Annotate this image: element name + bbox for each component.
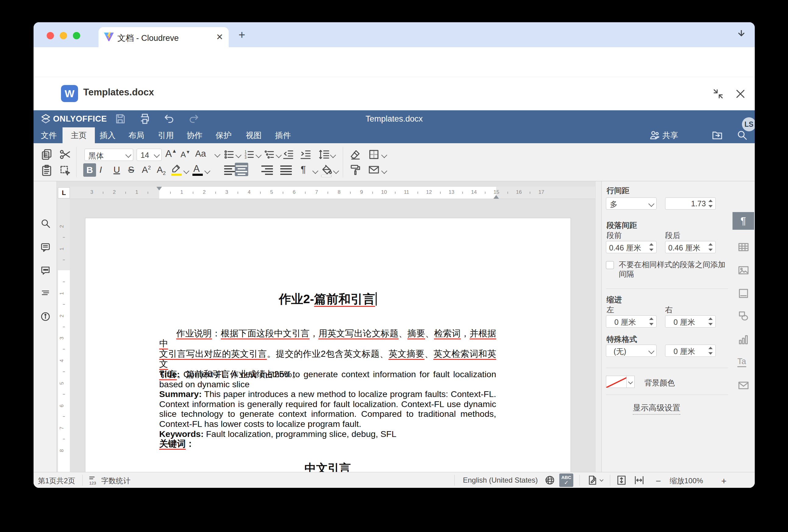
word-count-icon[interactable] xyxy=(88,475,99,486)
font-size-select[interactable]: 14 xyxy=(137,149,162,161)
bullet-list-icon[interactable] xyxy=(223,148,235,161)
chevron-down-icon[interactable] xyxy=(330,152,336,158)
cut-icon[interactable] xyxy=(59,148,72,161)
line-spacing-select[interactable]: 多 xyxy=(606,198,656,210)
align-left-icon[interactable] xyxy=(224,165,236,175)
copy-style-icon[interactable] xyxy=(349,163,361,176)
strikethrough-button[interactable]: S xyxy=(128,165,134,175)
open-file-location-icon[interactable] xyxy=(711,129,723,141)
doc-paragraph-en[interactable]: Title: Context-FL: A new method to gener… xyxy=(159,369,496,449)
select-all-icon[interactable] xyxy=(59,164,72,177)
align-right-icon[interactable] xyxy=(261,165,273,175)
justify-icon[interactable] xyxy=(280,165,292,175)
spacing-after-stepper[interactable]: 0.46 厘米 xyxy=(665,241,716,253)
share-button[interactable]: 共享 xyxy=(662,127,678,143)
superscript-button[interactable]: A2 xyxy=(142,165,151,175)
fit-width-icon[interactable] xyxy=(634,475,645,486)
show-advanced-settings-link[interactable]: 显示高级设置 xyxy=(633,403,681,415)
increase-indent-icon[interactable] xyxy=(299,148,312,161)
page-indicator[interactable]: 第1页共2页 xyxy=(38,476,75,486)
chevron-down-icon[interactable] xyxy=(204,168,211,174)
multilevel-list-icon[interactable] xyxy=(264,148,275,161)
comments-icon[interactable] xyxy=(40,242,51,252)
chevron-down-icon[interactable] xyxy=(276,152,282,158)
tab-close-icon[interactable]: ✕ xyxy=(216,32,223,42)
tab-search-chevron-icon[interactable] xyxy=(736,30,747,41)
change-case-icon[interactable]: Aa xyxy=(195,149,206,159)
header-search-icon[interactable] xyxy=(736,129,748,141)
vertical-ruler[interactable]: 2112345678 xyxy=(58,199,70,472)
doc-title-line[interactable]: 作业2-篇前和引言 xyxy=(159,291,496,307)
line-spacing-icon[interactable] xyxy=(318,148,330,161)
chat-icon[interactable] xyxy=(40,265,51,276)
background-color-chevron-icon[interactable] xyxy=(627,376,635,388)
special-format-select[interactable]: (无) xyxy=(606,345,656,357)
traffic-minimize-button[interactable] xyxy=(60,32,67,39)
line-spacing-value-stepper[interactable]: 1.73 xyxy=(665,198,716,210)
chevron-down-icon[interactable] xyxy=(599,478,604,482)
chevron-down-icon[interactable] xyxy=(235,152,241,158)
chevron-down-icon[interactable] xyxy=(381,168,387,174)
increase-font-icon[interactable]: A▲ xyxy=(165,148,177,159)
shading-icon[interactable] xyxy=(368,148,380,161)
word-count-label[interactable]: 字数统计 xyxy=(101,476,131,486)
font-name-select[interactable]: 黑体 xyxy=(84,149,133,161)
chevron-down-icon[interactable] xyxy=(381,152,387,158)
special-amount-stepper[interactable]: 0 厘米 xyxy=(665,345,716,357)
document-scrollbar[interactable] xyxy=(595,181,602,472)
about-icon[interactable] xyxy=(40,311,51,322)
tab-home[interactable]: 主页 xyxy=(62,127,95,143)
no-space-same-style-checkbox[interactable] xyxy=(606,261,614,269)
close-preview-icon[interactable] xyxy=(734,88,747,100)
decrease-font-icon[interactable]: A▼ xyxy=(180,149,190,159)
tab-layout[interactable]: 布局 xyxy=(123,127,149,143)
chevron-down-icon[interactable] xyxy=(183,168,190,174)
chevron-down-icon[interactable] xyxy=(333,168,339,174)
chart-settings-icon[interactable] xyxy=(737,334,750,346)
tab-file[interactable]: 文件 xyxy=(36,127,62,143)
image-settings-icon[interactable] xyxy=(737,264,750,277)
chevron-down-icon[interactable] xyxy=(312,168,318,174)
tab-references[interactable]: 引用 xyxy=(153,127,179,143)
exit-fullscreen-icon[interactable] xyxy=(712,88,724,100)
paragraph-settings-tab[interactable]: ¶ xyxy=(732,212,754,230)
clear-style-icon[interactable] xyxy=(349,148,361,161)
tab-collaboration[interactable]: 协作 xyxy=(182,127,208,143)
tab-protection[interactable]: 保护 xyxy=(211,127,236,143)
decrease-indent-icon[interactable] xyxy=(282,148,294,161)
paste-icon[interactable] xyxy=(40,164,53,177)
text-art-settings-icon[interactable]: Ta xyxy=(737,357,746,367)
traffic-zoom-button[interactable] xyxy=(73,32,80,39)
chevron-down-icon[interactable] xyxy=(256,152,262,158)
nonprinting-chars-icon[interactable]: ¶ xyxy=(301,164,306,175)
tab-insert[interactable]: 插入 xyxy=(95,127,120,143)
italic-button[interactable]: I xyxy=(99,165,102,175)
shape-settings-icon[interactable] xyxy=(737,310,750,322)
table-settings-icon[interactable] xyxy=(737,241,750,253)
mail-merge-settings-icon[interactable] xyxy=(737,380,750,391)
bold-button[interactable]: B xyxy=(83,163,96,177)
mail-merge-icon[interactable] xyxy=(368,163,380,176)
fit-page-icon[interactable] xyxy=(616,475,627,486)
tab-plugins[interactable]: 插件 xyxy=(270,127,296,143)
tab-stop-selector[interactable]: L xyxy=(58,187,70,198)
first-line-indent-marker[interactable] xyxy=(156,187,162,190)
horizontal-ruler[interactable]: 3211234567891011121314151617 xyxy=(70,187,595,199)
zoom-out-button[interactable]: − xyxy=(656,476,661,486)
zoom-level[interactable]: 缩放100% xyxy=(670,476,703,486)
document-page[interactable]: 作业2-篇前和引言 作业说明：根据下面这段中文引言，用英文写出论文标题、摘要、检… xyxy=(85,218,571,473)
traffic-close-button[interactable] xyxy=(47,32,54,39)
paragraph-fill-icon[interactable] xyxy=(320,163,333,176)
doc-heading-cn[interactable]: 中文引言 xyxy=(159,461,496,473)
spacing-before-stepper[interactable]: 0.46 厘米 xyxy=(606,241,656,253)
track-changes-icon[interactable] xyxy=(587,475,598,486)
chevron-down-icon[interactable] xyxy=(214,151,220,158)
new-tab-button[interactable]: + xyxy=(238,32,245,38)
zoom-in-button[interactable]: + xyxy=(721,476,727,486)
underline-button[interactable]: U xyxy=(114,165,120,175)
highlight-color-icon[interactable] xyxy=(171,163,182,174)
language-selector[interactable]: English (United States) xyxy=(463,476,538,485)
indent-left-stepper[interactable]: 0 厘米 xyxy=(606,315,656,328)
navigation-icon[interactable] xyxy=(40,287,51,298)
right-indent-marker[interactable] xyxy=(493,195,499,199)
